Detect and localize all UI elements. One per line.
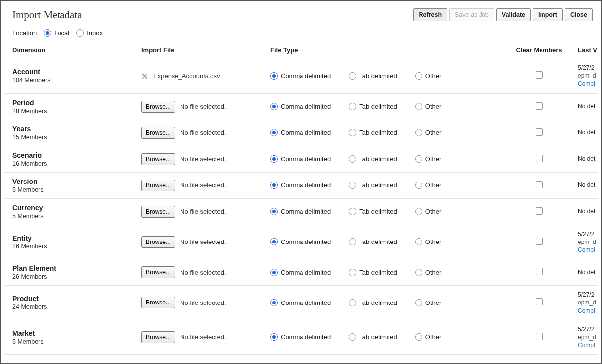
- last-validate-cell: 5/27/2epm_dCompl: [570, 286, 598, 320]
- clear-members-checkbox[interactable]: [536, 238, 543, 245]
- file-type-radio-tab[interactable]: Tab delimited: [349, 299, 397, 306]
- no-file-text: No file selected.: [180, 103, 226, 110]
- last-status-link[interactable]: Compl: [578, 246, 595, 254]
- file-type-radio-tab[interactable]: Tab delimited: [349, 333, 397, 341]
- file-type-label: Tab delimited: [359, 208, 397, 215]
- last-validate-cell: No det: [570, 172, 598, 198]
- clear-members-checkbox[interactable]: [536, 128, 543, 136]
- table-row: Version5 MembersBrowse...No file selecte…: [4, 172, 598, 198]
- location-radio-local[interactable]: Local: [44, 29, 69, 37]
- browse-button[interactable]: Browse...: [141, 127, 175, 139]
- dialog-header: Import Metadata Refresh Save as Job Vali…: [4, 4, 598, 24]
- dimension-members: 104 Members: [12, 77, 128, 84]
- file-type-radio-comma[interactable]: Comma delimited: [270, 208, 331, 215]
- file-type-label: Other: [425, 155, 442, 163]
- import-file-cell: Browse...No file selected.: [133, 172, 262, 198]
- file-type-radio-tab[interactable]: Tab delimited: [349, 182, 397, 189]
- file-type-radio-other[interactable]: Other: [415, 269, 442, 276]
- clear-members-checkbox[interactable]: [536, 298, 543, 305]
- file-type-radio-other[interactable]: Other: [415, 72, 442, 80]
- browse-button[interactable]: Browse...: [141, 153, 175, 165]
- file-type-label: Other: [425, 208, 442, 215]
- file-type-label: Tab delimited: [359, 333, 397, 341]
- file-type-radio-comma[interactable]: Comma delimited: [270, 299, 331, 306]
- last-status-link[interactable]: Compl: [578, 80, 595, 88]
- file-type-radio-other[interactable]: Other: [415, 299, 442, 306]
- file-type-cell: Comma delimitedTab delimitedOther: [262, 172, 505, 198]
- file-type-label: Tab delimited: [359, 103, 397, 110]
- file-type-radio-tab[interactable]: Tab delimited: [349, 269, 397, 276]
- clear-members-checkbox[interactable]: [536, 207, 543, 215]
- radio-icon: [415, 238, 422, 245]
- file-type-radio-tab[interactable]: Tab delimited: [349, 155, 397, 163]
- last-date: 5/27/2: [578, 325, 595, 333]
- file-type-radio-other[interactable]: Other: [415, 238, 442, 245]
- table-row: Period28 MembersBrowse...No file selecte…: [4, 93, 598, 120]
- clear-members-checkbox[interactable]: [536, 181, 543, 188]
- no-details-text: No det: [578, 102, 595, 110]
- file-type-cell: Comma delimitedTab delimitedOther: [262, 320, 505, 355]
- browse-button[interactable]: Browse...: [141, 101, 175, 113]
- file-type-radio-comma[interactable]: Comma delimited: [270, 155, 331, 163]
- validate-button[interactable]: Validate: [496, 8, 531, 21]
- file-type-radio-tab[interactable]: Tab delimited: [349, 208, 397, 215]
- import-file-cell: Browse...No file selected.: [133, 286, 262, 320]
- file-type-radio-comma[interactable]: Comma delimited: [270, 103, 331, 110]
- no-details-text: No det: [578, 181, 595, 189]
- refresh-button[interactable]: Refresh: [413, 8, 447, 21]
- browse-button[interactable]: Browse...: [141, 180, 175, 191]
- dimension-cell: Product24 Members: [4, 286, 133, 320]
- clear-members-checkbox[interactable]: [536, 155, 543, 162]
- radio-icon: [349, 182, 356, 189]
- file-type-label: Comma delimited: [281, 155, 331, 163]
- file-type-radio-comma[interactable]: Comma delimited: [270, 269, 331, 276]
- import-file-cell: Browse...No file selected.: [133, 146, 262, 172]
- file-type-label: Comma delimited: [281, 182, 331, 189]
- file-type-radio-other[interactable]: Other: [415, 333, 442, 341]
- file-type-label: Other: [425, 72, 442, 80]
- clear-members-checkbox[interactable]: [536, 71, 543, 79]
- file-type-radio-comma[interactable]: Comma delimited: [270, 72, 331, 80]
- last-status-link[interactable]: Compl: [578, 307, 595, 315]
- dimension-cell: Market5 Members: [4, 320, 133, 355]
- file-type-radio-other[interactable]: Other: [415, 103, 442, 110]
- dimension-members: 5 Members: [12, 338, 128, 345]
- radio-icon: [415, 72, 422, 80]
- file-type-radio-comma[interactable]: Comma delimited: [270, 333, 331, 341]
- dimensions-table: Dimension Import File File Type Clear Me…: [4, 41, 598, 355]
- file-type-radio-tab[interactable]: Tab delimited: [349, 238, 397, 245]
- clear-members-checkbox[interactable]: [536, 268, 543, 275]
- col-clear-members: Clear Members: [505, 41, 570, 59]
- import-button[interactable]: Import: [533, 8, 563, 21]
- clear-file-icon[interactable]: [141, 72, 148, 79]
- clear-members-checkbox[interactable]: [536, 333, 543, 340]
- file-type-label: Tab delimited: [359, 238, 397, 245]
- file-type-radio-tab[interactable]: Tab delimited: [349, 103, 397, 110]
- close-button[interactable]: Close: [565, 8, 593, 21]
- file-type-radio-other[interactable]: Other: [415, 155, 442, 163]
- dimension-name: Product: [12, 295, 128, 303]
- last-date: 5/27/2: [578, 291, 595, 299]
- clear-members-checkbox[interactable]: [536, 102, 543, 110]
- location-radio-inbox[interactable]: Inbox: [76, 29, 103, 37]
- file-type-radio-comma[interactable]: Comma delimited: [270, 129, 331, 136]
- file-type-radio-other[interactable]: Other: [415, 182, 442, 189]
- last-status-link[interactable]: Compl: [578, 341, 595, 349]
- file-type-radio-tab[interactable]: Tab delimited: [349, 72, 397, 80]
- file-type-radio-other[interactable]: Other: [415, 129, 442, 136]
- no-details-text: No det: [578, 268, 595, 276]
- browse-button[interactable]: Browse...: [141, 266, 175, 278]
- clear-members-cell: [505, 286, 570, 320]
- browse-button[interactable]: Browse...: [141, 331, 175, 343]
- last-validate-cell: No det: [570, 146, 598, 172]
- file-type-radio-comma[interactable]: Comma delimited: [270, 238, 331, 245]
- file-type-radio-tab[interactable]: Tab delimited: [349, 129, 397, 136]
- file-type-radio-comma[interactable]: Comma delimited: [270, 182, 331, 189]
- browse-button[interactable]: Browse...: [141, 236, 175, 248]
- radio-icon: [415, 129, 422, 136]
- browse-button[interactable]: Browse...: [141, 297, 175, 308]
- file-type-radio-other[interactable]: Other: [415, 208, 442, 215]
- file-type-cell: Comma delimitedTab delimitedOther: [262, 59, 505, 94]
- col-import-file: Import File: [133, 41, 262, 59]
- browse-button[interactable]: Browse...: [141, 206, 175, 218]
